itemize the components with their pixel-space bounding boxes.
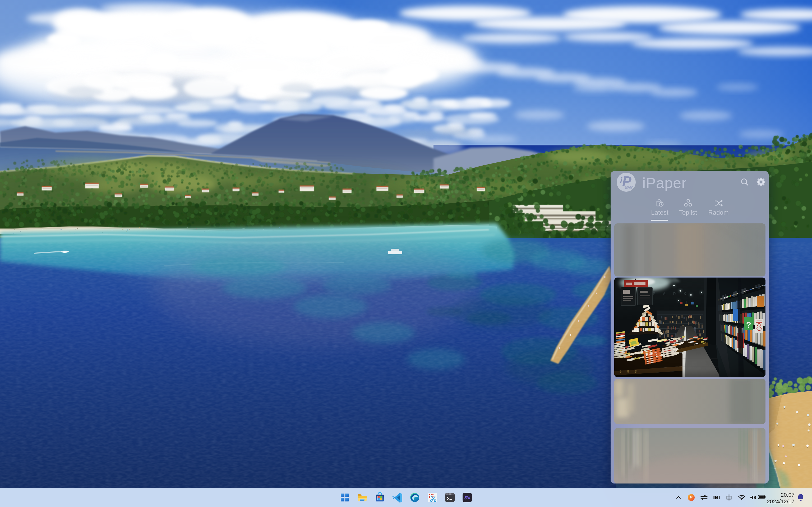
- svg-text:$W: $W: [464, 495, 470, 501]
- svg-text:aper: aper: [624, 185, 633, 189]
- svg-text:P: P: [690, 495, 693, 500]
